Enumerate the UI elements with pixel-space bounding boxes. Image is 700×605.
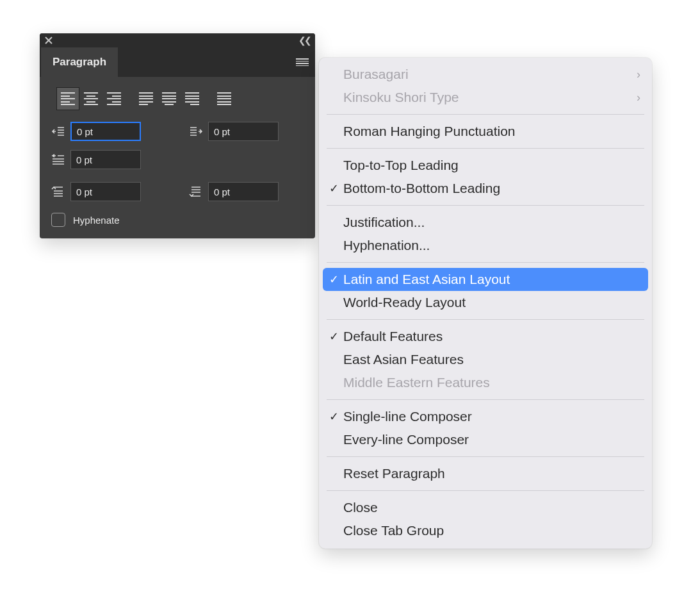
space-before-icon: [51, 185, 65, 198]
menu-separator: [327, 114, 644, 115]
indent-left-icon: [51, 125, 65, 138]
menu-close-label: Close: [341, 500, 640, 515]
justify-center-icon: [162, 92, 176, 105]
space-after-field: [189, 182, 304, 201]
menu-roman-hanging-label: Roman Hanging Punctuation: [341, 124, 640, 139]
space-after-icon: [189, 185, 203, 198]
indent-right-input[interactable]: [208, 122, 279, 141]
tab-paragraph-label: Paragraph: [53, 56, 106, 69]
menu-single-composer-label: Single-line Composer: [341, 409, 640, 424]
align-right-icon: [107, 92, 121, 105]
menu-default-features[interactable]: ✓ Default Features: [319, 325, 652, 348]
menu-top-leading[interactable]: Top-to-Top Leading: [319, 154, 652, 177]
chevron-right-icon: ›: [637, 68, 640, 81]
justify-all-button[interactable]: [213, 87, 236, 110]
menu-separator: [327, 262, 644, 263]
justify-right-button[interactable]: [181, 87, 204, 110]
panel-flyout-button[interactable]: [289, 47, 315, 77]
menu-separator: [327, 205, 644, 206]
menu-close[interactable]: Close: [319, 496, 652, 519]
first-line-indent-field: [51, 150, 166, 169]
paragraph-panel: ❮❮ Paragraph: [40, 33, 315, 238]
menu-separator: [327, 319, 644, 320]
menu-burasagari-label: Burasagari: [341, 67, 637, 82]
menu-default-features-label: Default Features: [341, 329, 640, 344]
menu-bottom-leading[interactable]: ✓ Bottom-to-Bottom Leading: [319, 177, 652, 200]
space-before-input[interactable]: [70, 182, 141, 201]
first-line-indent-input[interactable]: [70, 150, 141, 169]
check-icon: ✓: [327, 181, 341, 195]
menu-justification[interactable]: Justification...: [319, 211, 652, 234]
menu-separator: [327, 148, 644, 149]
justify-left-icon: [139, 92, 153, 105]
chevron-right-icon: ›: [637, 91, 640, 104]
menu-middle-eastern-features-label: Middle Eastern Features: [341, 375, 640, 390]
justify-all-icon: [217, 92, 231, 105]
panel-body: Hyphenate: [40, 77, 315, 238]
menu-every-composer-label: Every-line Composer: [341, 432, 640, 447]
flyout-menu-icon: [296, 58, 309, 66]
menu-separator: [327, 399, 644, 400]
menu-east-asian-features-label: East Asian Features: [341, 352, 640, 367]
indent-right-icon: [189, 125, 203, 138]
menu-every-composer[interactable]: Every-line Composer: [319, 428, 652, 451]
menu-close-tab-group-label: Close Tab Group: [341, 523, 640, 538]
space-before-field: [51, 182, 166, 201]
menu-latin-layout-label: Latin and East Asian Layout: [341, 272, 640, 287]
check-icon: ✓: [327, 272, 341, 286]
menu-burasagari: Burasagari ›: [319, 63, 652, 86]
align-right-button[interactable]: [102, 87, 126, 110]
menu-top-leading-label: Top-to-Top Leading: [341, 158, 640, 173]
menu-separator: [327, 490, 644, 491]
tab-paragraph[interactable]: Paragraph: [41, 47, 118, 77]
menu-reset-paragraph-label: Reset Paragraph: [341, 466, 640, 481]
menu-latin-layout[interactable]: ✓ Latin and East Asian Layout: [323, 268, 648, 291]
close-icon[interactable]: [45, 37, 53, 44]
justify-left-button[interactable]: [134, 87, 158, 110]
menu-bottom-leading-label: Bottom-to-Bottom Leading: [341, 181, 640, 196]
align-left-button[interactable]: [56, 87, 79, 110]
menu-east-asian-features[interactable]: East Asian Features: [319, 348, 652, 371]
panel-titlebar[interactable]: ❮❮: [40, 33, 315, 47]
menu-kinsoku: Kinsoku Shori Type ›: [319, 86, 652, 109]
space-after-input[interactable]: [208, 182, 279, 201]
indent-left-field: [51, 122, 166, 141]
menu-middle-eastern-features: Middle Eastern Features: [319, 371, 652, 394]
justify-center-button[interactable]: [158, 87, 181, 110]
align-center-icon: [84, 92, 98, 105]
hyphenate-label: Hyphenate: [73, 215, 120, 226]
first-line-indent-icon: [51, 153, 65, 166]
menu-reset-paragraph[interactable]: Reset Paragraph: [319, 462, 652, 485]
menu-world-layout-label: World-Ready Layout: [341, 295, 640, 310]
hyphenate-checkbox[interactable]: [51, 213, 65, 227]
check-icon: ✓: [327, 329, 341, 344]
align-left-icon: [61, 92, 75, 105]
align-center-button[interactable]: [79, 87, 102, 110]
menu-kinsoku-label: Kinsoku Shori Type: [341, 90, 637, 105]
check-icon: ✓: [327, 410, 341, 424]
panel-tab-row: Paragraph: [40, 47, 315, 77]
indent-left-input[interactable]: [70, 122, 141, 141]
menu-hyphenation[interactable]: Hyphenation...: [319, 234, 652, 257]
justify-right-icon: [185, 92, 199, 105]
menu-separator: [327, 456, 644, 457]
menu-roman-hanging[interactable]: Roman Hanging Punctuation: [319, 120, 652, 143]
menu-world-layout[interactable]: World-Ready Layout: [319, 291, 652, 314]
indent-right-field: [189, 122, 304, 141]
paragraph-flyout-menu: Burasagari › Kinsoku Shori Type › Roman …: [319, 58, 652, 549]
menu-hyphenation-label: Hyphenation...: [341, 238, 640, 253]
menu-justification-label: Justification...: [341, 215, 640, 230]
menu-close-tab-group[interactable]: Close Tab Group: [319, 519, 652, 542]
collapse-icon[interactable]: ❮❮: [298, 35, 310, 46]
menu-single-composer[interactable]: ✓ Single-line Composer: [319, 405, 652, 428]
alignment-row: [56, 87, 298, 110]
